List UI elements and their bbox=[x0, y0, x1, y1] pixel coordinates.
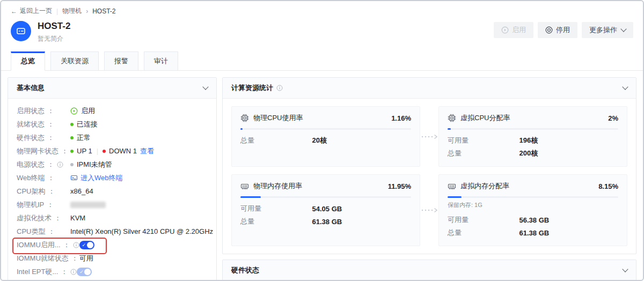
label-colon: ： bbox=[47, 106, 54, 116]
info-label-host-ip: 物理机IP： bbox=[17, 200, 70, 210]
content-area: 基本信息 启用状态：启用就绪状态：已连接硬件状态：正常物理网卡状态：UP 1|D… bbox=[1, 71, 643, 281]
usage-bar-fill bbox=[448, 128, 451, 130]
tab-related-resources[interactable]: 关联资源 bbox=[50, 51, 99, 70]
toggle-switch[interactable]: ✓ bbox=[77, 268, 92, 276]
info-label-text: IOMMU启用... bbox=[17, 240, 61, 250]
usage-bar-fill bbox=[448, 196, 462, 198]
collapse-chevron-icon[interactable] bbox=[622, 266, 628, 272]
terminal-icon bbox=[70, 174, 78, 182]
info-label-text: Intel EPT硬... bbox=[17, 267, 58, 277]
collapse-chevron-icon[interactable] bbox=[622, 84, 628, 90]
info-label-text: Web终端 bbox=[17, 173, 45, 183]
compute-resources-panel: 计算资源统计 物理CPU使用率1.16%总量20核虚拟CPU分配率2%可用量19… bbox=[222, 77, 636, 254]
breadcrumb-divider: | bbox=[56, 8, 58, 15]
label-colon: ： bbox=[63, 240, 70, 250]
server-icon bbox=[16, 26, 26, 36]
label-colon: ： bbox=[61, 146, 68, 156]
disable-button[interactable]: 停用 bbox=[538, 22, 577, 38]
info-icon[interactable] bbox=[70, 269, 77, 275]
info-row-host-ip: 物理机IP： bbox=[17, 198, 208, 211]
label-colon: ： bbox=[48, 227, 55, 236]
resource-card-physical-cpu-usage: 物理CPU使用率1.16%总量20核 bbox=[231, 106, 420, 167]
label-colon: ： bbox=[47, 200, 54, 210]
toggle-knob bbox=[84, 269, 91, 275]
tab-audit[interactable]: 审计 bbox=[144, 51, 178, 70]
info-label-text: 物理网卡状态 bbox=[17, 146, 58, 156]
link-查看[interactable]: 查看 bbox=[140, 146, 154, 156]
info-label-web-terminal: Web终端： bbox=[17, 173, 70, 183]
reserved-memory-note: 保留内存: 1G bbox=[448, 201, 618, 209]
info-icon[interactable] bbox=[73, 242, 79, 248]
resource-card-percent: 11.95% bbox=[388, 182, 411, 190]
resource-card-percent: 8.15% bbox=[598, 182, 618, 190]
more-actions-button[interactable]: 更多操作 bbox=[582, 22, 633, 38]
info-row-ready-status: 就绪状态：已连接 bbox=[17, 117, 208, 131]
stat-label: 可用量 bbox=[448, 136, 519, 145]
info-row-os: 操作系统：kylin Lance 10 bbox=[17, 278, 208, 281]
info-label-text: 启用状态 bbox=[17, 106, 45, 116]
info-label-text: CPU架构 bbox=[17, 187, 45, 196]
usage-bar-fill bbox=[240, 196, 261, 198]
stat-value: 56.38 GB bbox=[519, 216, 550, 224]
stat-value: 20核 bbox=[312, 136, 327, 145]
info-label-cpu-arch: CPU架构： bbox=[17, 187, 70, 196]
info-row-iommu-ready: IOMMU就绪状态：可用 bbox=[17, 252, 208, 265]
link-进入Web终端[interactable]: 进入Web终端 bbox=[70, 173, 123, 183]
breadcrumb-section[interactable]: 物理机 bbox=[62, 6, 82, 16]
label-colon: ： bbox=[47, 120, 54, 129]
resource-stat-row: 总量20核 bbox=[240, 134, 411, 147]
status-text: 正常 bbox=[77, 133, 91, 143]
info-row-cpu-type: CPU类型：Intel(R) Xeon(R) Silver 4210 CPU @… bbox=[17, 225, 208, 238]
label-colon: ： bbox=[61, 267, 68, 277]
resource-stat-row: 可用量196核 bbox=[448, 134, 618, 147]
info-value-web-terminal: 进入Web终端 bbox=[70, 173, 123, 183]
status-text: IPMI未纳管 bbox=[77, 160, 112, 169]
enable-button[interactable]: 启用 bbox=[494, 22, 533, 38]
hardware-status-panel: 硬件状态 CPU0个内存0条硬盘0个 bbox=[222, 260, 636, 281]
info-value-cpu-arch: x86_64 bbox=[70, 187, 93, 195]
info-label-text: IOMMU就绪状态 bbox=[17, 254, 69, 263]
label-colon: ： bbox=[54, 213, 61, 223]
compute-resources-header: 计算资源统计 bbox=[223, 78, 636, 99]
cpu-icon bbox=[448, 114, 456, 122]
collapse-chevron-icon[interactable] bbox=[202, 84, 208, 90]
right-column: 计算资源统计 物理CPU使用率1.16%总量20核虚拟CPU分配率2%可用量19… bbox=[222, 77, 636, 281]
info-value-enable-status: 启用 bbox=[70, 106, 95, 116]
info-value-hardware-status: 正常 bbox=[70, 133, 91, 143]
usage-bar bbox=[240, 128, 411, 130]
status-text: DOWN 1 bbox=[109, 147, 137, 155]
hardware-status-title: 硬件状态 bbox=[231, 265, 259, 275]
info-value-power-status: IPMI未纳管 bbox=[70, 160, 112, 169]
header-actions: 启用停用更多操作 bbox=[489, 22, 633, 38]
info-row-intel-ept: Intel EPT硬...：✓ bbox=[17, 265, 208, 278]
status-text: UP 1 bbox=[77, 147, 92, 155]
stat-value: 61.38 GB bbox=[519, 229, 550, 237]
label-colon: ： bbox=[48, 187, 55, 196]
info-icon[interactable] bbox=[57, 161, 63, 168]
info-value-virtualization: KVM bbox=[70, 214, 85, 222]
check-icon: ✓ bbox=[82, 241, 86, 249]
stat-value: 61.38 GB bbox=[312, 218, 342, 226]
tab-overview[interactable]: 总览 bbox=[11, 51, 45, 71]
breadcrumb: ← 返回上一页 | 物理机 › HOST-2 bbox=[1, 1, 643, 16]
back-link[interactable]: ← 返回上一页 bbox=[11, 6, 52, 16]
toggle-knob bbox=[87, 242, 93, 248]
label-colon: ： bbox=[48, 173, 55, 183]
check-icon: ✓ bbox=[79, 268, 84, 276]
tab-alarm[interactable]: 报警 bbox=[104, 51, 138, 70]
info-value-iommu-enable: ✓ bbox=[79, 241, 94, 249]
basic-info-title: 基本信息 bbox=[17, 83, 45, 93]
resource-card-virtual-mem-alloc: 虚拟内存分配率8.15%保留内存: 1G可用量56.38 GB总量61.38 G… bbox=[438, 174, 627, 246]
toggle-switch[interactable]: ✓ bbox=[79, 241, 94, 249]
basic-info-panel: 基本信息 启用状态：启用就绪状态：已连接硬件状态：正常物理网卡状态：UP 1|D… bbox=[8, 77, 217, 281]
page-title: HOST-2 bbox=[38, 21, 70, 32]
info-value-host-ip bbox=[70, 202, 106, 208]
play-circle-icon bbox=[501, 26, 509, 34]
info-label-iommu-enable: IOMMU启用...： bbox=[17, 240, 79, 250]
info-label-nic-status: 物理网卡状态： bbox=[17, 146, 70, 156]
info-label-power-status: 电源状态： bbox=[17, 160, 70, 169]
flow-arrow-icon bbox=[421, 134, 437, 139]
status-dot-icon bbox=[70, 136, 74, 139]
label-colon: ： bbox=[47, 133, 54, 143]
info-row-enable-status: 启用状态：启用 bbox=[17, 104, 208, 117]
